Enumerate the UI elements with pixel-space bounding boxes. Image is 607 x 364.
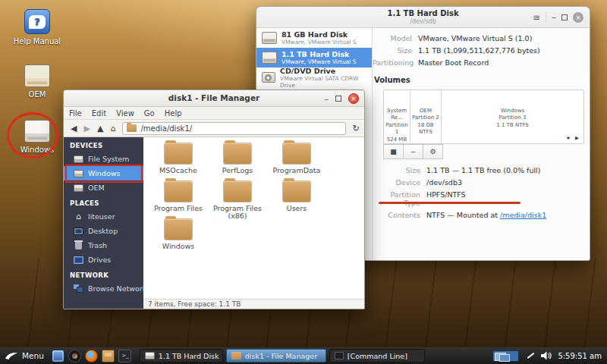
sidebar-item-browse-network[interactable]: Browse Network [64, 281, 143, 296]
disk-model-value: VMware, VMware Virtual S (1.0) [418, 34, 582, 42]
close-button[interactable]: × [348, 93, 359, 104]
menu-file[interactable]: File [69, 109, 82, 118]
folder-item-program-files[interactable]: Program Files [149, 181, 208, 219]
terminal-launcher-icon[interactable]: >_ [118, 350, 131, 362]
up-button[interactable]: ▲ [97, 124, 103, 133]
partition-size-value: 1.1 TB — 1.1 TB free (0.0% full) [426, 166, 582, 174]
reload-button[interactable]: ↻ [353, 124, 360, 133]
fm-window-title: disk1 - File Manager [64, 93, 364, 102]
media-launcher-icon[interactable] [68, 350, 81, 362]
folder-icon [127, 124, 137, 132]
disks-headerbar[interactable]: 1.1 TB Hard Disk /dev/sdb ≡ – × [256, 7, 590, 28]
folder-icon [165, 219, 192, 240]
sidebar-item-liteuser[interactable]: ⌂ liteuser [64, 209, 143, 224]
menu-help[interactable]: Help [165, 109, 182, 118]
drive-row-1tb-selected[interactable]: 1.1 TB Hard Disk VMware, VMware Virtual … [256, 48, 372, 67]
forward-button[interactable]: ▶ [83, 124, 90, 133]
oem-drive-icon [24, 64, 50, 87]
path-bar[interactable]: /media/disk1/ [122, 122, 345, 135]
close-button[interactable]: × [573, 12, 583, 23]
menu-edit[interactable]: Edit [92, 109, 106, 118]
desktop-icon-windows[interactable]: Windows [11, 120, 64, 154]
partition-device-value: /dev/sdb3 [426, 178, 582, 187]
firefox-launcher-icon[interactable] [85, 350, 98, 362]
menu-view[interactable]: View [116, 109, 134, 118]
hard-disk-icon [145, 352, 155, 359]
volumes-heading: Volumes [374, 76, 582, 84]
task-button-file-manager[interactable]: disk1 - File Manager [226, 349, 326, 362]
task-button-command-line[interactable]: [Command Line] [329, 349, 425, 362]
linux-lite-logo-icon [5, 352, 18, 360]
trash-icon [75, 242, 82, 249]
cd-drive-icon [262, 72, 275, 83]
back-button[interactable]: ◀ [71, 124, 77, 133]
sidebar-item-oem[interactable]: OEM [64, 180, 143, 195]
workspace-pager-icon[interactable] [492, 350, 519, 362]
fm-file-grid: MSOcache PerfLogs ProgramData Program Fi… [143, 137, 364, 299]
partition-options-button[interactable]: ⚙ [423, 144, 443, 159]
minimize-button[interactable]: – [325, 94, 329, 104]
help-manual-icon: ? [24, 9, 50, 34]
partition-info-grid: Size 1.1 TB — 1.1 TB free (0.0% full) De… [373, 166, 582, 219]
folder-item-program-files-x86[interactable]: Program Files (x86) [208, 181, 267, 219]
fm-titlebar[interactable]: disk1 - File Manager – × [64, 90, 364, 107]
desktop-icon-oem[interactable]: OEM [11, 64, 64, 99]
sidebar-header-network: NETWORK [64, 267, 143, 281]
system-tray: 5:59:51 am [492, 350, 607, 362]
folder-icon [283, 143, 310, 164]
hard-disk-icon [262, 32, 277, 44]
disk-partitioning-value: Master Boot Record [418, 58, 582, 67]
volume-toolbar: ■ − ⚙ [383, 144, 582, 159]
maximize-button[interactable] [561, 14, 568, 20]
menu-go[interactable]: Go [144, 109, 155, 118]
drive-icon [74, 155, 83, 163]
desktop-icon-help-manual[interactable]: ? Help Manual [11, 9, 64, 46]
mount-point-link[interactable]: /media/disk1 [500, 211, 546, 219]
pen-tablet-tray-icon[interactable] [525, 351, 535, 361]
home-button[interactable]: ⌂ [110, 124, 115, 133]
sidebar-item-drives[interactable]: Drives [64, 253, 143, 267]
windows-drive-icon [24, 120, 50, 143]
drives-icon [74, 256, 83, 264]
network-icon [74, 284, 83, 293]
fm-toolbar: ◀ ▶ ▲ ⌂ /media/disk1/ ↻ [64, 120, 364, 137]
clock[interactable]: 5:59:51 am [558, 352, 602, 360]
disk-size-value: 1.1 TB (1,099,511,627,776 bytes) [418, 46, 582, 55]
file-manager-window: disk1 - File Manager – × File Edit View … [63, 89, 365, 309]
delete-partition-button[interactable]: − [403, 144, 423, 159]
menu-hamburger-icon[interactable]: ≡ [533, 13, 540, 22]
partition-segment-1[interactable]: System Re... Partition 1 524 MB NT... [384, 90, 410, 143]
volumes-bar: System Re... Partition 1 524 MB NT... OE… [383, 89, 584, 144]
drive-row-81gb[interactable]: 81 GB Hard Disk VMware, VMware Virtual S [256, 28, 372, 48]
folder-item-perflogs[interactable]: PerfLogs [208, 143, 267, 181]
drive-icon [74, 170, 83, 177]
menu-label: Menu [22, 351, 44, 360]
drive-row-cddvd[interactable]: CD/DVD Drive VMware Virtual SATA CDRW Dr… [256, 67, 372, 87]
taskbar: Menu >_ 1.1 TB Hard Disk disk1 - File Ma… [0, 347, 607, 364]
task-button-hard-disk[interactable]: 1.1 TB Hard Disk [140, 349, 223, 362]
sidebar-item-file-system[interactable]: File System [64, 152, 143, 166]
folder-item-windows[interactable]: Windows [149, 219, 208, 257]
sidebar-item-windows[interactable]: Windows [64, 166, 143, 180]
disk-info-grid: Model VMware, VMware Virtual S (1.0) Siz… [373, 34, 582, 67]
menu-button[interactable]: Menu [0, 347, 50, 364]
unmount-button[interactable]: ■ [383, 144, 404, 159]
minimize-button[interactable]: – [552, 13, 556, 22]
sidebar-item-desktop[interactable]: Desktop [64, 224, 143, 238]
folder-item-programdata[interactable]: ProgramData [267, 143, 326, 181]
home-icon: ⌂ [74, 213, 83, 221]
sidebar-item-trash[interactable]: Trash [64, 238, 143, 253]
folder-item-users[interactable]: Users [267, 181, 326, 219]
volume-icon[interactable] [541, 351, 552, 360]
folder-icon [224, 143, 251, 164]
folder-item-msocache[interactable]: MSOcache [149, 143, 208, 181]
file-manager-launcher-icon[interactable] [102, 350, 115, 362]
sidebar-header-places: PLACES [64, 195, 143, 209]
maximize-button[interactable] [335, 96, 341, 102]
hard-disk-icon [262, 52, 277, 64]
partition-segment-2[interactable]: OEM Partition 2 18 GB NTFS [410, 90, 442, 143]
partition-segment-3-selected[interactable]: Windows Partition 3 1.1 TB NTFS ★ ▶ [442, 90, 583, 143]
display-launcher-icon[interactable] [52, 350, 64, 362]
fm-menubar: File Edit View Go Help [64, 107, 364, 120]
folder-icon [224, 181, 251, 202]
